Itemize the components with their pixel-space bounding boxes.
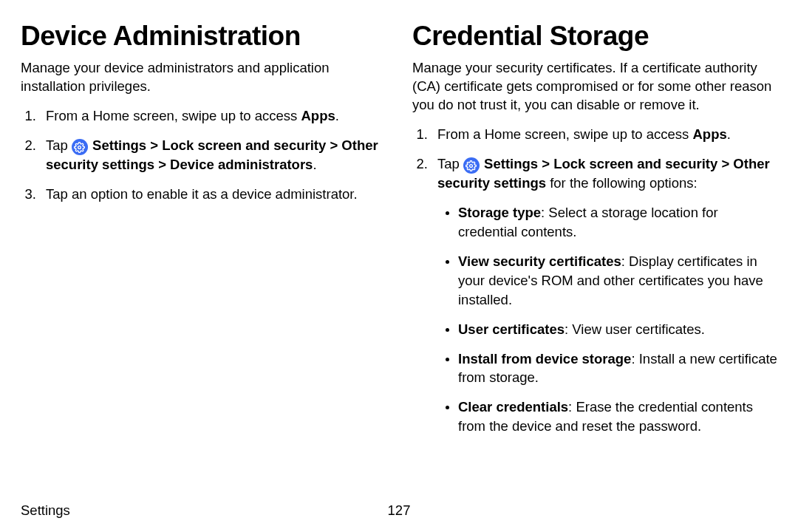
list-item: From a Home screen, swipe up to access A…	[432, 125, 777, 144]
footer-page-number: 127	[388, 502, 411, 519]
list-item: View security certificates: Display cert…	[458, 252, 777, 310]
list-item: Install from device storage: Install a n…	[458, 349, 777, 388]
option-name: User certificates	[458, 321, 565, 337]
step-text: .	[727, 126, 731, 142]
option-desc: : View user certificates.	[565, 321, 705, 337]
step-text: Tap	[46, 137, 72, 153]
settings-icon	[463, 157, 480, 174]
credential-storage-steps: From a Home screen, swipe up to access A…	[412, 125, 777, 436]
step-text: .	[313, 157, 316, 172]
page-footer: Settings 127	[21, 502, 777, 519]
device-admin-heading: Device Administration	[21, 21, 386, 52]
option-name: Clear credentials	[458, 399, 568, 415]
list-item: From a Home screen, swipe up to access A…	[40, 106, 386, 126]
list-item: Clear credentials: Erase the credential …	[458, 398, 777, 436]
step-text: From a Home screen, swipe up to access	[46, 108, 301, 123]
step-text: Tap	[437, 156, 463, 171]
svg-point-0	[78, 146, 81, 149]
step-text: .	[335, 108, 339, 123]
apps-bold: Apps	[692, 126, 726, 142]
svg-point-1	[470, 164, 473, 167]
left-column: Device Administration Manage your device…	[21, 21, 386, 446]
device-admin-steps: From a Home screen, swipe up to access A…	[21, 106, 386, 204]
list-item: Tap Settings > Lock screen and security …	[40, 136, 386, 174]
device-admin-intro: Manage your device administrators and ap…	[21, 59, 386, 96]
step-text: for the following options:	[546, 175, 698, 191]
list-item: Tap Settings > Lock screen and security …	[432, 154, 777, 436]
credential-storage-heading: Credential Storage	[412, 21, 777, 52]
option-name: Install from device storage	[458, 351, 631, 366]
settings-icon	[72, 139, 88, 155]
apps-bold: Apps	[301, 108, 335, 123]
list-item: Storage type: Select a storage location …	[458, 203, 777, 242]
options-list: Storage type: Select a storage location …	[437, 203, 777, 436]
page-content: Device Administration Manage your device…	[0, 0, 798, 446]
list-item: Tap an option to enable it as a device a…	[40, 185, 386, 204]
nav-path-bold: Settings > Lock screen and security > Ot…	[46, 137, 378, 173]
right-column: Credential Storage Manage your security …	[412, 21, 777, 446]
option-name: View security certificates	[458, 253, 621, 269]
credential-storage-intro: Manage your security certificates. If a …	[412, 59, 777, 115]
list-item: User certificates: View user certificate…	[458, 320, 777, 339]
option-name: Storage type	[458, 205, 541, 220]
step-text: From a Home screen, swipe up to access	[437, 126, 692, 142]
